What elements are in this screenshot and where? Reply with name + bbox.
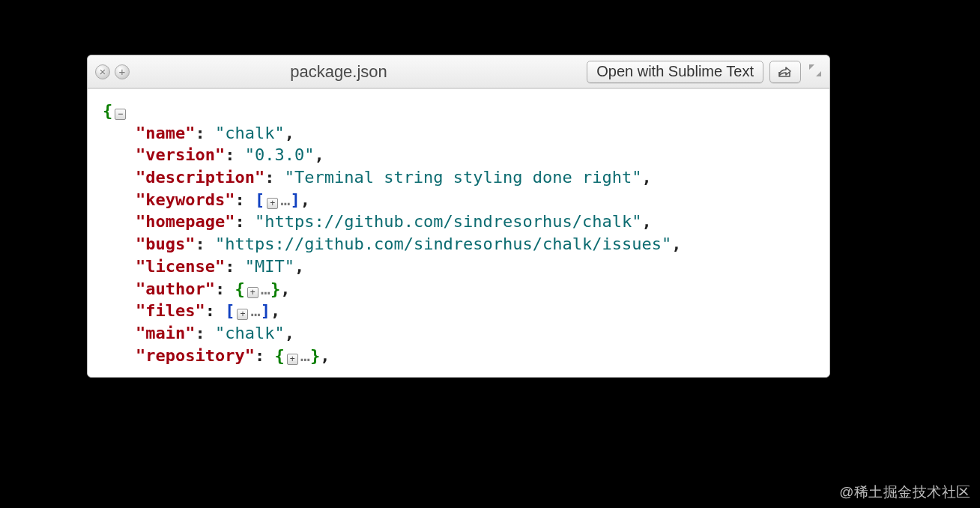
json-entry: "name": "chalk", <box>103 122 814 145</box>
json-entry: "files": [+…], <box>103 300 814 322</box>
json-entry: "repository": {+…}, <box>103 345 814 367</box>
json-entry: "homepage": "https://github.com/sindreso… <box>103 211 814 233</box>
titlebar-right: Open with Sublime Text <box>587 61 822 83</box>
json-entry: "author": {+…}, <box>103 278 814 300</box>
json-viewer: {−"name": "chalk","version": "0.3.0","de… <box>88 88 829 377</box>
json-key: "version" <box>136 145 225 164</box>
watermark: @稀土掘金技术社区 <box>839 483 971 502</box>
json-key: "author" <box>136 279 215 298</box>
json-entry: "license": "MIT", <box>103 255 814 278</box>
share-icon[interactable] <box>769 61 801 83</box>
fold-toggle[interactable]: + <box>247 287 258 298</box>
fullscreen-icon[interactable] <box>808 64 822 80</box>
json-key: "files" <box>136 301 205 320</box>
fold-toggle[interactable]: + <box>267 198 278 209</box>
json-key: "keywords" <box>136 190 235 209</box>
json-key: "bugs" <box>136 235 195 253</box>
fold-toggle[interactable]: − <box>115 109 126 120</box>
json-entry: "bugs": "https://github.com/sindresorhus… <box>103 233 814 255</box>
preview-window: × + package.json Open with Sublime Text … <box>87 55 830 378</box>
json-entry: "version": "0.3.0", <box>103 144 814 166</box>
json-key: "main" <box>136 324 195 342</box>
fold-toggle[interactable]: + <box>287 354 298 365</box>
json-key: "homepage" <box>136 212 235 231</box>
close-icon[interactable]: × <box>95 64 110 79</box>
fold-toggle[interactable]: + <box>237 309 248 320</box>
json-entry: "main": "chalk", <box>103 322 814 345</box>
json-entry: "description": "Terminal string styling … <box>103 166 814 189</box>
json-key: "repository" <box>136 346 255 365</box>
titlebar-left: × + <box>95 64 130 79</box>
json-key: "description" <box>136 168 264 187</box>
json-key: "license" <box>136 257 225 276</box>
json-entry: "keywords": [+…], <box>103 189 814 211</box>
add-icon[interactable]: + <box>115 64 130 79</box>
open-with-button[interactable]: Open with Sublime Text <box>587 61 763 83</box>
json-key: "name" <box>136 124 195 142</box>
titlebar: × + package.json Open with Sublime Text <box>88 55 829 88</box>
